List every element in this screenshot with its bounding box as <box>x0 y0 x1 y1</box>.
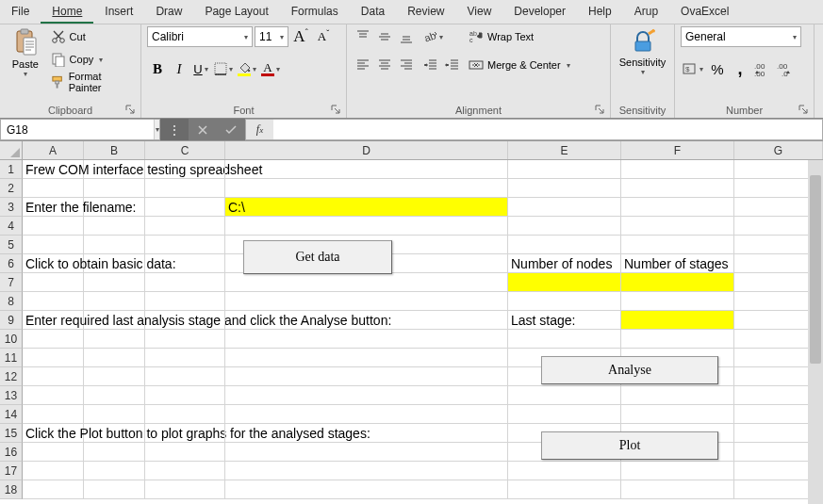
row-header-6[interactable]: 6 <box>0 254 23 273</box>
cell-D4[interactable] <box>225 217 508 236</box>
align-middle-button[interactable] <box>374 26 395 47</box>
row-header-7[interactable]: 7 <box>0 273 23 292</box>
col-header-C[interactable]: C <box>145 141 225 159</box>
cell-D14[interactable] <box>225 405 508 424</box>
increase-font-button[interactable]: Aˆ <box>290 26 311 47</box>
cell-F18[interactable] <box>621 480 734 499</box>
cell-D18[interactable] <box>225 480 508 499</box>
cell-B2[interactable] <box>84 179 145 198</box>
cell-C6[interactable] <box>145 254 225 273</box>
select-all-corner[interactable] <box>0 141 23 159</box>
col-header-B[interactable]: B <box>84 141 145 159</box>
vertical-scrollbar[interactable] <box>808 160 823 504</box>
cell-F6[interactable]: Number of stages <box>621 254 734 273</box>
row-header-1[interactable]: 1 <box>0 160 23 179</box>
cell-A13[interactable] <box>23 386 84 405</box>
cell-D13[interactable] <box>225 386 508 405</box>
cell-A16[interactable] <box>23 443 84 462</box>
row-header-3[interactable]: 3 <box>0 198 23 217</box>
font-family-dropdown[interactable]: Calibri ▾ <box>147 26 253 47</box>
col-header-E[interactable]: E <box>508 141 621 159</box>
orientation-button[interactable]: ab▾ <box>420 26 445 47</box>
increase-indent-button[interactable] <box>442 55 463 75</box>
cell-A7[interactable] <box>23 273 84 292</box>
cell-E10[interactable] <box>508 330 621 349</box>
cell-C12[interactable] <box>145 367 225 386</box>
col-header-D[interactable]: D <box>225 141 508 159</box>
cell-D12[interactable] <box>225 367 508 386</box>
cell-E18[interactable] <box>508 480 621 499</box>
cell-C15[interactable] <box>145 424 225 443</box>
decrease-font-button[interactable]: Aˇ <box>313 26 334 47</box>
row-header-16[interactable]: 16 <box>0 443 23 462</box>
menu-tab-developer[interactable]: Developer <box>502 0 577 24</box>
menu-tab-insert[interactable]: Insert <box>93 0 144 24</box>
cell-E3[interactable] <box>508 198 621 217</box>
cell-F8[interactable] <box>621 292 734 311</box>
cell-F3[interactable] <box>621 198 734 217</box>
cell-D10[interactable] <box>225 330 508 349</box>
menu-tab-data[interactable]: Data <box>350 0 396 24</box>
cell-B15[interactable] <box>84 424 145 443</box>
font-launcher[interactable] <box>329 103 342 116</box>
col-header-G[interactable]: G <box>734 141 823 159</box>
row-header-2[interactable]: 2 <box>0 179 23 198</box>
cell-B10[interactable] <box>84 330 145 349</box>
menu-tab-file[interactable]: File <box>0 0 41 24</box>
sensitivity-button[interactable]: Sensitivity ▾ <box>617 26 668 92</box>
align-top-button[interactable] <box>353 26 373 47</box>
cell-C10[interactable] <box>145 330 225 349</box>
cell-F1[interactable] <box>621 160 734 179</box>
paste-button[interactable]: Paste ▾ <box>6 26 45 92</box>
cell-F17[interactable] <box>621 462 734 480</box>
cell-D11[interactable] <box>225 349 508 367</box>
row-header-14[interactable]: 14 <box>0 405 23 424</box>
cell-D15[interactable] <box>225 424 508 443</box>
cell-F13[interactable] <box>621 386 734 405</box>
cell-D2[interactable] <box>225 179 508 198</box>
row-header-8[interactable]: 8 <box>0 292 23 311</box>
cell-A4[interactable] <box>23 217 84 236</box>
cell-B9[interactable] <box>84 311 145 330</box>
cancel-formula-button[interactable] <box>189 119 217 140</box>
cell-B18[interactable] <box>84 480 145 499</box>
cut-button[interactable]: Cut <box>49 26 135 47</box>
cell-E6[interactable]: Number of nodes <box>508 254 621 273</box>
cell-D7[interactable] <box>225 273 508 292</box>
italic-button[interactable]: I <box>169 58 189 79</box>
row-header-9[interactable]: 9 <box>0 311 23 330</box>
copy-button[interactable]: Copy ▾ <box>49 49 135 70</box>
col-header-A[interactable]: A <box>23 141 84 159</box>
row-header-11[interactable]: 11 <box>0 349 23 367</box>
formula-menu-button[interactable]: ⋮ <box>160 119 189 140</box>
cell-B4[interactable] <box>84 217 145 236</box>
row-header-4[interactable]: 4 <box>0 217 23 236</box>
cell-A1[interactable]: Frew COM interface testing spreadsheet <box>23 160 84 179</box>
row-header-12[interactable]: 12 <box>0 367 23 386</box>
cell-B12[interactable] <box>84 367 145 386</box>
name-box-dropdown[interactable]: ▾ <box>154 120 159 139</box>
cell-C9[interactable] <box>145 311 225 330</box>
cell-F9[interactable] <box>621 311 734 330</box>
cell-B16[interactable] <box>84 443 145 462</box>
cell-E2[interactable] <box>508 179 621 198</box>
cell-A3[interactable]: Enter the filename: <box>23 198 84 217</box>
cell-D1[interactable] <box>225 160 508 179</box>
cell-B6[interactable] <box>84 254 145 273</box>
format-painter-button[interactable]: Format Painter <box>49 72 135 92</box>
underline-button[interactable]: U▾ <box>190 58 211 79</box>
cell-B1[interactable] <box>84 160 145 179</box>
font-color-button[interactable]: A ▾ <box>259 58 282 79</box>
bold-button[interactable]: B <box>147 58 168 79</box>
borders-button[interactable]: ▾ <box>212 58 235 79</box>
cell-A11[interactable] <box>23 349 84 367</box>
cell-A10[interactable] <box>23 330 84 349</box>
cell-E17[interactable] <box>508 462 621 480</box>
menu-tab-ovaexcel[interactable]: OvaExcel <box>669 0 740 24</box>
cell-E4[interactable] <box>508 217 621 236</box>
decrease-indent-button[interactable] <box>420 55 441 75</box>
analyse-button[interactable]: Analyse <box>541 356 718 384</box>
font-size-dropdown[interactable]: 11 ▾ <box>255 26 288 47</box>
clipboard-launcher[interactable] <box>123 103 137 116</box>
cell-C7[interactable] <box>145 273 225 292</box>
